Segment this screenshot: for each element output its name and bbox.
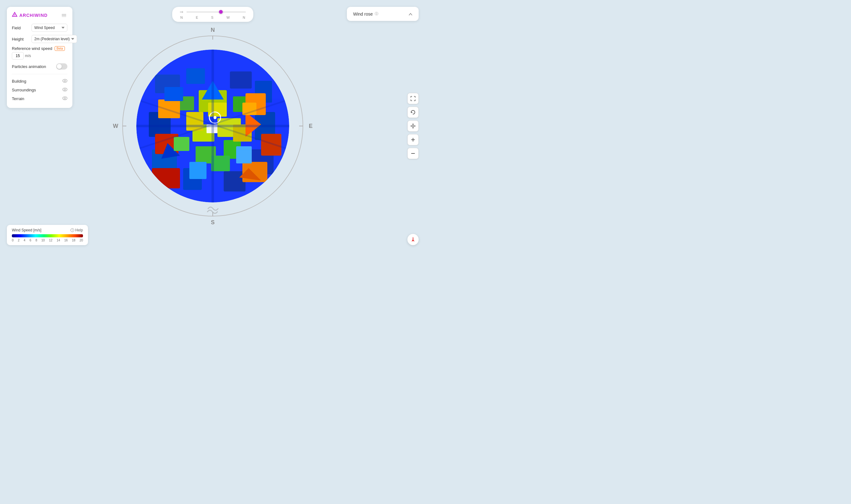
particles-toggle[interactable] <box>56 63 67 70</box>
divider <box>12 74 67 74</box>
label-n2: N <box>243 16 245 19</box>
wind-direction-slider[interactable] <box>186 12 246 13</box>
svg-rect-38 <box>261 134 282 156</box>
label-16: 16 <box>64 239 68 242</box>
svg-rect-35 <box>158 100 180 118</box>
cardinal-north: N <box>211 27 215 33</box>
zoom-in-button[interactable] <box>408 134 419 145</box>
label-6: 6 <box>30 239 32 242</box>
surroundings-visibility-icon[interactable] <box>62 87 67 92</box>
wind-rose-title: Wind rose <box>353 12 373 17</box>
svg-rect-51 <box>189 162 206 179</box>
color-gradient <box>12 234 83 237</box>
refresh-button[interactable] <box>408 107 419 118</box>
wind-map-svg <box>136 50 289 202</box>
label-18: 18 <box>72 239 75 242</box>
wind-unit: m/s <box>25 54 31 58</box>
field-select[interactable]: Wind Speed <box>32 24 67 32</box>
svg-rect-15 <box>230 71 252 89</box>
help-link[interactable]: ? Help <box>71 228 83 232</box>
slider-fill <box>186 12 221 13</box>
wind-rose-collapse-icon[interactable] <box>409 12 412 17</box>
terrain-row: Terrain <box>12 94 67 103</box>
beta-badge: Beta <box>55 46 65 51</box>
surroundings-row: Surroundings <box>12 86 67 94</box>
svg-point-5 <box>63 79 67 82</box>
logo-icon <box>12 12 17 19</box>
svg-point-6 <box>64 80 66 82</box>
svg-point-8 <box>64 89 66 90</box>
right-toolbar <box>408 93 419 159</box>
compass-outer: N S E W <box>122 36 303 216</box>
surroundings-label: Surroundings <box>12 88 36 92</box>
wind-rose-left: Wind rose ⓪ <box>353 11 378 17</box>
ref-wind-row: Reference wind speed Beta m/s <box>12 46 67 59</box>
color-bar-header: Wind Speed [m/s] ? Help <box>12 228 83 232</box>
svg-rect-32 <box>208 103 227 116</box>
logo-area: ARCHIWIND <box>12 12 48 19</box>
compass-container: N S E W <box>122 36 303 216</box>
left-panel: ARCHIWIND Field Wind Speed Height 2m (Pe… <box>7 7 72 108</box>
cardinal-west: W <box>113 123 118 129</box>
building-row: Building <box>12 77 67 86</box>
svg-rect-22 <box>224 171 246 192</box>
terrain-visibility-icon[interactable] <box>62 96 67 101</box>
tick-east <box>299 126 303 126</box>
ref-wind-label: Reference wind speed <box>12 46 52 51</box>
slider-thumb <box>219 10 223 14</box>
svg-rect-49 <box>164 87 183 101</box>
svg-text:N: N <box>412 238 414 240</box>
height-row: Height 2m (Pedestrian level) <box>12 35 67 43</box>
collapse-button[interactable] <box>60 12 67 19</box>
tick-west <box>123 126 126 126</box>
label-14: 14 <box>56 239 60 242</box>
north-arrow: N <box>408 234 419 245</box>
label-n1: N <box>180 16 183 19</box>
wind-rose-help-icon[interactable]: ⓪ <box>375 11 378 17</box>
wind-direction-bar: ⇒ N E S W N <box>172 7 253 22</box>
help-text: Help <box>75 228 83 232</box>
tick-north <box>213 36 213 40</box>
wind-icon <box>205 202 220 221</box>
fullscreen-button[interactable] <box>408 93 419 104</box>
cardinal-east: E <box>309 123 312 129</box>
svg-point-10 <box>64 97 66 99</box>
color-bar-labels: 0 2 4 6 8 10 12 14 16 18 20 <box>12 239 83 242</box>
field-row: Field Wind Speed <box>12 24 67 32</box>
label-12: 12 <box>49 239 52 242</box>
svg-text:?: ? <box>72 229 73 232</box>
zoom-out-button[interactable] <box>408 148 419 159</box>
building-visibility-icon[interactable] <box>62 78 67 84</box>
city-map <box>136 50 289 202</box>
wind-direction-icon: ⇒ <box>180 10 183 14</box>
move-button[interactable] <box>408 120 419 132</box>
label-0: 0 <box>12 239 14 242</box>
svg-point-7 <box>63 88 67 91</box>
panel-header: ARCHIWIND <box>12 12 67 19</box>
label-s: S <box>211 16 213 19</box>
app-title: ARCHIWIND <box>19 13 48 18</box>
label-10: 10 <box>41 239 45 242</box>
color-bar-panel: Wind Speed [m/s] ? Help 0 2 4 6 8 10 12 … <box>7 225 88 245</box>
building-label: Building <box>12 79 26 84</box>
field-label: Field <box>12 25 29 30</box>
particles-row: Particles animation <box>12 63 67 70</box>
color-bar-title: Wind Speed [m/s] <box>12 228 41 232</box>
height-label: Height <box>12 37 29 41</box>
label-e: E <box>196 16 198 19</box>
svg-rect-47 <box>174 137 189 151</box>
terrain-label: Terrain <box>12 96 24 101</box>
svg-rect-52 <box>236 146 252 163</box>
svg-rect-14 <box>186 68 205 84</box>
label-4: 4 <box>24 239 25 242</box>
compass-labels: N E S W N <box>180 16 246 19</box>
wind-bar-top: ⇒ <box>180 10 246 14</box>
wind-speed-input[interactable] <box>12 52 24 59</box>
label-w: W <box>227 16 230 19</box>
svg-point-9 <box>63 97 67 100</box>
label-8: 8 <box>36 239 37 242</box>
label-20: 20 <box>79 239 83 242</box>
particles-label: Particles animation <box>12 64 46 69</box>
svg-rect-37 <box>152 168 180 188</box>
height-select[interactable]: 2m (Pedestrian level) <box>32 35 77 43</box>
